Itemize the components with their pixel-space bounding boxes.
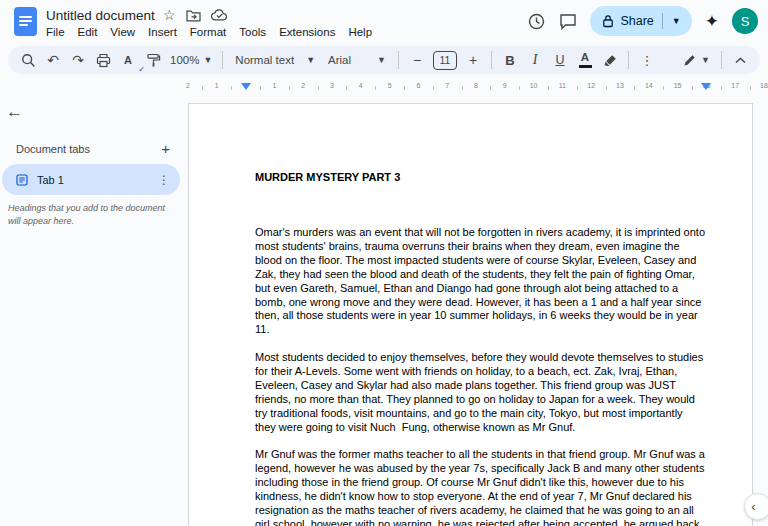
- ruler-number: 8: [474, 82, 478, 89]
- ruler-tick: [462, 86, 463, 90]
- ruler-tick: [433, 86, 434, 90]
- gemini-sparkle-icon[interactable]: ✦: [705, 11, 719, 32]
- share-button[interactable]: Share ▼: [590, 6, 691, 36]
- tab-more-options-icon[interactable]: ⋮: [158, 173, 170, 187]
- menu-item-view[interactable]: View: [110, 26, 135, 38]
- toolbar: ↶ ↷ A✓ 100%▼ Normal text▼ Arial▼ − 11 + …: [8, 46, 760, 74]
- menu-item-help[interactable]: Help: [348, 26, 372, 38]
- ruler-tick: [750, 86, 751, 90]
- increase-font-size-button[interactable]: +: [461, 48, 485, 72]
- document-title[interactable]: Untitled document: [46, 8, 155, 23]
- redo-icon[interactable]: ↷: [66, 48, 90, 72]
- ruler-tick: [202, 86, 203, 90]
- bold-button[interactable]: B: [498, 48, 522, 72]
- text-color-button[interactable]: A: [573, 48, 597, 72]
- menu-item-edit[interactable]: Edit: [78, 26, 98, 38]
- ruler-number: 5: [388, 82, 392, 89]
- ruler-tick: [346, 86, 347, 90]
- ruler-number: 6: [416, 82, 420, 89]
- ruler-number: 12: [587, 82, 595, 89]
- comments-icon[interactable]: [559, 13, 577, 30]
- menu-bar: FileEditViewInsertFormatToolsExtensionsH…: [46, 26, 372, 38]
- ruler-number: 9: [503, 82, 507, 89]
- search-icon[interactable]: [16, 48, 40, 72]
- ruler-number: 10: [530, 82, 538, 89]
- ruler-number: 3: [330, 82, 334, 89]
- share-divider: [662, 13, 663, 29]
- doc-heading: MURDER MYSTERY PART 3: [255, 171, 400, 183]
- ruler-number: 18: [760, 82, 768, 89]
- move-folder-icon[interactable]: [186, 9, 201, 22]
- more-options-icon[interactable]: ⋮: [635, 48, 659, 72]
- menu-item-insert[interactable]: Insert: [148, 26, 177, 38]
- menu-item-tools[interactable]: Tools: [239, 26, 266, 38]
- app-header: Untitled document ☆ FileEditViewInsertFo…: [0, 0, 768, 42]
- hide-menus-icon[interactable]: [728, 48, 752, 72]
- right-indent-marker[interactable]: [701, 83, 711, 90]
- menu-item-extensions[interactable]: Extensions: [279, 26, 335, 38]
- tab-item-tab1[interactable]: Tab 1 ⋮: [2, 164, 180, 195]
- add-tab-button[interactable]: +: [161, 140, 170, 157]
- ruler-tick: [318, 86, 319, 90]
- ruler-tick: [721, 86, 722, 90]
- ruler-tick: [634, 86, 635, 90]
- paragraph-style-select[interactable]: Normal text▼: [229, 48, 321, 72]
- headings-hint-text: Headings that you add to the document wi…: [8, 202, 178, 227]
- spellcheck-icon[interactable]: A✓: [116, 48, 140, 72]
- menu-item-file[interactable]: File: [46, 26, 65, 38]
- doc-paragraph-3: Mr Gnuf was the former maths teacher to …: [255, 448, 705, 526]
- underline-button[interactable]: U: [548, 48, 572, 72]
- print-icon[interactable]: [91, 48, 115, 72]
- ruler-tick: [548, 86, 549, 90]
- ruler-tick: [577, 86, 578, 90]
- ruler-tick: [375, 86, 376, 90]
- doc-body: Omar's murders was an event that will no…: [255, 226, 705, 526]
- left-indent-marker[interactable]: [241, 83, 251, 90]
- ruler-number: 13: [616, 82, 624, 89]
- ruler-tick: [692, 86, 693, 90]
- star-icon[interactable]: ☆: [163, 7, 176, 23]
- close-panel-back-icon[interactable]: ←: [6, 102, 23, 122]
- doc-paragraph-2: Most students decided to enjoy themselve…: [255, 351, 705, 434]
- highlight-color-icon[interactable]: [598, 48, 622, 72]
- ruler-number: 11: [559, 82, 566, 89]
- ruler-number: 1: [215, 82, 219, 89]
- ruler-number: 17: [731, 82, 739, 89]
- ruler-number: 15: [674, 82, 682, 89]
- ruler-tick: [519, 86, 520, 90]
- undo-icon[interactable]: ↶: [41, 48, 65, 72]
- ruler-tick: [231, 86, 232, 90]
- version-history-icon[interactable]: [527, 12, 546, 31]
- panel-title: Document tabs: [16, 143, 161, 155]
- ruler-scale[interactable]: 21123456789101112131415161718: [0, 80, 768, 98]
- ruler-tick: [663, 86, 664, 90]
- avatar[interactable]: S: [732, 8, 758, 34]
- font-size-input[interactable]: 11: [433, 51, 457, 70]
- share-caret-icon[interactable]: ▼: [669, 16, 684, 26]
- share-label: Share: [620, 14, 653, 28]
- zoom-select[interactable]: 100%▼: [166, 48, 216, 72]
- ruler-number: 14: [645, 82, 653, 89]
- collapse-side-panel-button[interactable]: ‹: [744, 493, 768, 520]
- ruler-tick: [490, 86, 491, 90]
- tab-label: Tab 1: [37, 174, 149, 186]
- ruler-tick: [289, 86, 290, 90]
- cloud-status-icon[interactable]: [211, 9, 228, 21]
- ruler-number: 4: [359, 82, 363, 89]
- lock-icon: [602, 14, 614, 28]
- doc-paragraph-1: Omar's murders was an event that will no…: [255, 226, 705, 337]
- tab-doc-icon: [16, 174, 28, 186]
- italic-button[interactable]: I: [523, 48, 547, 72]
- document-page[interactable]: MURDER MYSTERY PART 3 Omar's murders was…: [188, 103, 753, 526]
- tabs-panel: ← Document tabs + Tab 1 ⋮ Headings that …: [0, 100, 182, 526]
- docs-logo-icon[interactable]: [14, 7, 37, 36]
- menu-item-format[interactable]: Format: [190, 26, 226, 38]
- font-select[interactable]: Arial▼: [322, 48, 392, 72]
- ruler-number: 2: [186, 82, 190, 89]
- editing-mode-select[interactable]: ▼: [678, 48, 715, 72]
- ruler-tick: [606, 86, 607, 90]
- ruler-number: 1: [272, 82, 276, 89]
- decrease-font-size-button[interactable]: −: [405, 48, 429, 72]
- ruler-tick: [404, 86, 405, 90]
- ruler-tick: [260, 86, 261, 90]
